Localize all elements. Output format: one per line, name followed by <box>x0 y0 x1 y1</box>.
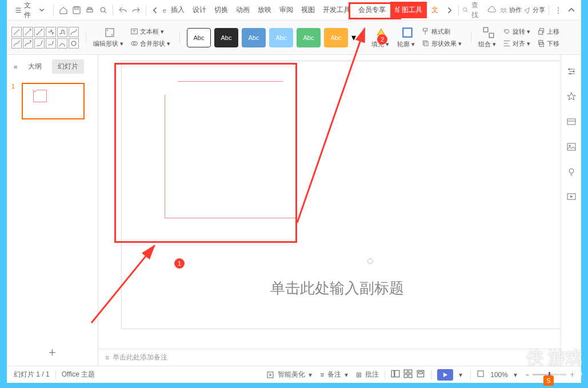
fill-button[interactable]: 填充▾ <box>371 40 391 49</box>
textbox-button[interactable]: 文本框 ▾ <box>130 27 173 36</box>
view-normal-icon[interactable] <box>391 369 400 380</box>
more-icon[interactable]: ⋮ <box>553 3 565 17</box>
align-button[interactable]: 对齐▾ <box>503 39 533 48</box>
shape-effect-button[interactable]: 形状效果▾ <box>422 39 464 48</box>
tab-devtools[interactable]: 开发工具 <box>319 3 354 17</box>
tab-design[interactable]: 设计 <box>189 3 210 17</box>
style-6[interactable]: Abc <box>324 28 348 47</box>
thumb-shape <box>33 90 47 102</box>
svg-point-7 <box>504 8 506 10</box>
svg-point-28 <box>573 71 574 73</box>
tab-transition[interactable]: 切换 <box>211 3 231 17</box>
outline-button[interactable]: 轮廓▾ <box>397 40 417 49</box>
group-button[interactable]: 组合▾ <box>478 40 498 49</box>
tab-drawing-tools[interactable]: 绘图工具 <box>390 2 427 18</box>
move-up-button[interactable]: 上移 <box>537 27 559 36</box>
move-down-button[interactable]: 下移 <box>537 39 559 48</box>
collab-button[interactable]: 协作 <box>499 6 522 14</box>
lines-gallery[interactable] <box>11 27 79 49</box>
tab-slideshow[interactable]: 放映 <box>254 3 275 17</box>
view-sorter-icon[interactable] <box>403 369 413 380</box>
slides-tab[interactable]: 幻灯片 <box>52 59 84 74</box>
tab-text-tools[interactable]: 文 <box>428 3 442 17</box>
collapse-panel-icon[interactable]: « <box>14 63 18 71</box>
edit-shape-button[interactable]: 编辑形状 ▾ <box>93 39 126 48</box>
svg-point-27 <box>568 69 570 70</box>
separator <box>458 5 459 15</box>
rail-star-icon[interactable] <box>566 91 577 104</box>
save-icon[interactable] <box>70 3 82 17</box>
tab-review[interactable]: 审阅 <box>276 3 297 17</box>
svg-rect-31 <box>567 143 575 150</box>
rotate-button[interactable]: 旋转▾ <box>503 27 533 36</box>
tab-view[interactable]: 视图 <box>298 3 318 17</box>
slide-canvas[interactable]: 单击此处输入副标题 <box>98 55 561 349</box>
separator <box>471 33 471 43</box>
file-menu[interactable]: 文件 <box>10 0 50 22</box>
svg-rect-30 <box>567 119 575 125</box>
svg-point-32 <box>569 145 570 147</box>
slide-thumbnail-1[interactable]: 1 <box>11 83 93 119</box>
tab-vip[interactable]: 会员专享 <box>355 3 389 17</box>
svg-rect-44 <box>478 371 483 377</box>
collapse-ribbon-icon[interactable] <box>566 3 578 17</box>
cloud-icon[interactable] <box>486 3 498 17</box>
redo-icon[interactable] <box>130 3 142 17</box>
svg-point-4 <box>101 7 105 12</box>
theme-label: Office 主题 <box>62 370 95 379</box>
notes-placeholder[interactable]: 单击此处添加备注 <box>113 353 167 362</box>
preview-icon[interactable] <box>97 3 109 17</box>
search-button[interactable]: 查找 <box>462 1 483 20</box>
format-painter-button[interactable]: 格式刷 <box>422 27 464 36</box>
comments-toggle[interactable]: ⊞批注 <box>356 370 379 379</box>
share-button[interactable]: 分享 <box>523 6 545 14</box>
zoom-label[interactable]: 100% <box>490 371 508 379</box>
slideshow-dropdown[interactable]: ▾ <box>459 371 465 379</box>
rail-image-icon[interactable] <box>566 142 577 154</box>
style-2[interactable]: Abc <box>214 28 238 47</box>
separator <box>364 33 365 43</box>
shape-styles-gallery[interactable]: Abc Abc Abc Abc Abc Abc ▾ <box>187 28 357 47</box>
subtitle-placeholder[interactable]: 单击此处输入副标题 <box>270 278 404 298</box>
beautify-button[interactable]: 智能美化▾ <box>266 370 314 379</box>
nav-right-icon[interactable] <box>443 3 455 17</box>
clipped-rect-shape[interactable] <box>165 81 296 218</box>
separator <box>179 33 180 43</box>
notes-toggle[interactable]: ≡备注▾ <box>320 370 350 379</box>
outline-tab[interactable]: 大纲 <box>22 59 47 74</box>
zoom-in[interactable]: + <box>570 371 574 379</box>
view-reading-icon[interactable] <box>416 369 425 380</box>
svg-rect-3 <box>88 7 91 9</box>
style-4[interactable]: Abc <box>269 28 293 47</box>
svg-rect-36 <box>391 370 394 377</box>
undo-icon[interactable] <box>117 3 129 17</box>
svg-rect-2 <box>87 9 93 12</box>
tab-animation[interactable]: 动画 <box>233 3 253 17</box>
fit-icon[interactable] <box>477 370 485 379</box>
zoom-out[interactable]: − <box>525 371 529 379</box>
svg-point-33 <box>569 169 574 173</box>
slide-number: 1 <box>11 83 18 119</box>
rail-bulb-icon[interactable] <box>566 167 577 179</box>
slideshow-button[interactable] <box>437 369 453 381</box>
svg-rect-1 <box>75 7 78 9</box>
style-1[interactable]: Abc <box>187 28 211 47</box>
tab-insert[interactable]: 插入 <box>167 3 188 17</box>
nav-left-icon[interactable] <box>150 3 162 17</box>
style-5[interactable]: Abc <box>297 28 321 47</box>
svg-rect-39 <box>409 370 412 373</box>
style-more[interactable]: ▾ <box>351 32 357 43</box>
rotation-handle[interactable] <box>367 258 373 264</box>
rail-settings-icon[interactable] <box>566 66 577 79</box>
rail-template-icon[interactable] <box>566 117 577 129</box>
separator <box>86 33 86 43</box>
svg-point-13 <box>111 34 113 35</box>
combine-shape-button[interactable]: 合并形状 ▾ <box>130 39 173 48</box>
home-icon[interactable] <box>57 3 69 17</box>
separator <box>113 5 113 15</box>
add-slide-button[interactable]: + <box>7 339 98 366</box>
print-icon[interactable] <box>84 3 96 17</box>
rail-play-icon[interactable] <box>566 192 577 205</box>
style-3[interactable]: Abc <box>242 28 266 47</box>
separator <box>53 5 54 15</box>
